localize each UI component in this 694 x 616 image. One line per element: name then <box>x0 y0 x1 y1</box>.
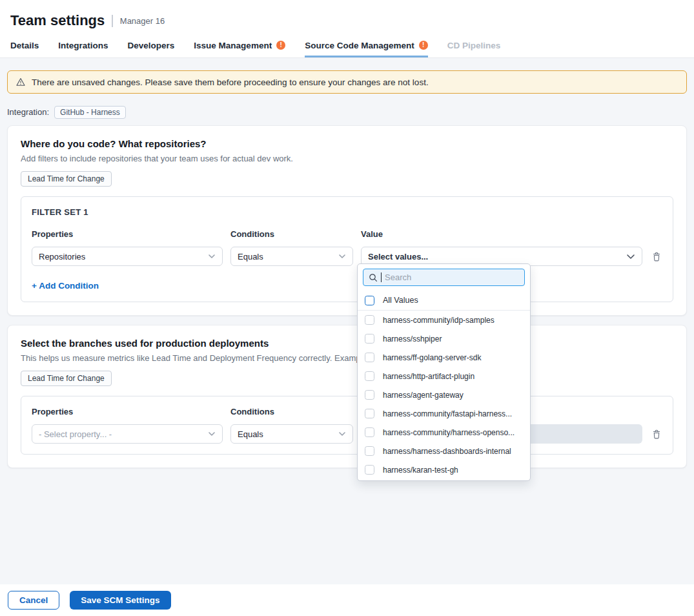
add-condition-button[interactable]: + Add Condition <box>32 281 99 291</box>
branch-filter-row: - Select property... - Equals <box>32 424 662 444</box>
tab-source-code-management[interactable]: Source Code Management ! <box>305 34 428 57</box>
page-header: Team settings Manager 16 <box>0 0 694 34</box>
option-checkbox[interactable] <box>365 334 374 344</box>
chevron-down-icon <box>208 431 216 436</box>
option-label: harness/harness-dashboards-internal <box>383 447 511 456</box>
integration-chip[interactable]: GitHub - Harness <box>54 106 126 119</box>
team-settings-page: Team settings Manager 16 Details Integra… <box>0 0 694 616</box>
option-checkbox[interactable] <box>365 353 374 362</box>
alert-badge-icon: ! <box>276 41 285 50</box>
filter-set-heading: FILTER SET 1 <box>32 207 662 217</box>
branches-card: Select the branches used for production … <box>7 325 687 468</box>
cancel-button[interactable]: Cancel <box>8 591 59 610</box>
dropdown-option[interactable]: harness/agent-gateway <box>358 385 530 404</box>
filter-row: Repositories Equals Select values... <box>32 247 662 266</box>
tab-details[interactable]: Details <box>10 34 39 57</box>
chevron-down-icon <box>626 254 635 260</box>
trash-icon <box>651 251 662 262</box>
save-scm-settings-button[interactable]: Save SCM Settings <box>70 591 170 610</box>
dropdown-options: harness-community/idp-samples harness/ss… <box>358 311 530 481</box>
dropdown-option[interactable]: harness-community/harness-openso... <box>358 423 530 442</box>
banner-message: There are unsaved changes. Please save t… <box>32 77 429 87</box>
tab-developers[interactable]: Developers <box>128 34 175 57</box>
option-checkbox[interactable] <box>365 409 374 418</box>
delete-filter-button[interactable] <box>650 250 663 263</box>
tab-bar: Details Integrations Developers Issue Ma… <box>0 34 694 58</box>
property-select[interactable]: Repositories <box>32 247 223 266</box>
tab-cd-pipelines: CD Pipelines <box>447 34 501 57</box>
option-label: harness/agent-gateway <box>383 391 464 400</box>
dropdown-option[interactable]: harness/http-artifact-plugin <box>358 367 530 385</box>
conditions-label: Conditions <box>230 229 353 239</box>
unsaved-changes-banner: There are unsaved changes. Please save t… <box>7 70 687 94</box>
select-all-label: All Values <box>383 296 418 305</box>
option-checkbox[interactable] <box>365 315 374 325</box>
conditions-label: Conditions <box>230 407 353 416</box>
branch-condition-select[interactable]: Equals <box>230 424 353 444</box>
value-dropdown-popover: Search All Values harness-community/idp-… <box>357 263 531 481</box>
option-checkbox[interactable] <box>365 371 374 381</box>
option-checkbox[interactable] <box>365 427 374 437</box>
dropdown-option[interactable]: harness/karan-test-gh <box>358 460 530 479</box>
dropdown-option[interactable]: harness-community/fastapi-harness... <box>358 404 530 423</box>
repositories-card: Where do you code? What repositories? Ad… <box>7 125 687 316</box>
page-subtitle: Manager 16 <box>120 16 165 26</box>
alert-badge-icon: ! <box>419 41 428 50</box>
value-label: Value <box>361 229 642 239</box>
tab-integrations[interactable]: Integrations <box>58 34 108 57</box>
search-icon <box>369 273 378 282</box>
properties-label: Properties <box>32 407 223 416</box>
branch-filter-panel: Properties Conditions - Select property.… <box>21 396 673 455</box>
delete-filter-button[interactable] <box>650 427 663 440</box>
filter-set-panel: FILTER SET 1 Properties Conditions Value… <box>21 196 673 302</box>
dropdown-option[interactable]: harness/ff-golang-server-sdk <box>358 348 530 367</box>
dropdown-option[interactable]: harness/harness-dashboards-internal <box>358 442 530 460</box>
title-divider <box>112 15 113 27</box>
select-all-option[interactable]: All Values <box>358 291 530 311</box>
option-checkbox[interactable] <box>365 465 374 475</box>
branches-subtitle: This helps us measure metrics like Lead … <box>21 353 673 363</box>
trash-icon <box>651 429 662 440</box>
dropdown-option[interactable]: harness/... <box>358 479 530 481</box>
warning-triangle-icon <box>15 77 26 87</box>
option-label: harness/sshpiper <box>383 334 442 344</box>
text-cursor <box>381 272 382 282</box>
content-area: There are unsaved changes. Please save t… <box>0 58 694 584</box>
title-row: Team settings Manager 16 <box>10 8 684 34</box>
repositories-title: Where do you code? What repositories? <box>21 138 673 149</box>
search-placeholder: Search <box>385 272 411 282</box>
dropdown-option[interactable]: harness/sshpiper <box>358 329 530 348</box>
option-label: harness/ff-golang-server-sdk <box>383 353 482 362</box>
chevron-down-icon <box>338 431 346 436</box>
page-title: Team settings <box>10 12 105 29</box>
option-label: harness/karan-test-gh <box>383 466 458 475</box>
branch-property-select[interactable]: - Select property... - <box>32 424 223 444</box>
chevron-down-icon <box>338 254 346 259</box>
dropdown-search-input[interactable]: Search <box>363 269 525 286</box>
tab-issue-management[interactable]: Issue Management ! <box>194 34 285 57</box>
branches-title: Select the branches used for production … <box>21 338 673 349</box>
option-checkbox[interactable] <box>365 390 374 400</box>
option-label: harness-community/idp-samples <box>383 316 495 325</box>
chevron-down-icon <box>208 254 216 259</box>
option-checkbox[interactable] <box>365 446 374 456</box>
dropdown-option[interactable]: harness-community/idp-samples <box>358 311 530 329</box>
lead-time-chip: Lead Time for Change <box>21 371 112 386</box>
branch-column-labels: Properties Conditions <box>32 407 662 416</box>
option-label: harness-community/fastapi-harness... <box>383 409 512 418</box>
properties-label: Properties <box>32 229 223 239</box>
select-all-checkbox[interactable] <box>365 296 374 305</box>
option-label: harness/http-artifact-plugin <box>383 372 475 381</box>
lead-time-chip: Lead Time for Change <box>21 171 112 187</box>
option-label: harness-community/harness-openso... <box>383 428 515 437</box>
repositories-subtitle: Add filters to include repositories that… <box>21 154 673 163</box>
filter-column-labels: Properties Conditions Value <box>32 229 662 239</box>
footer-bar: Cancel Save SCM Settings <box>0 584 694 616</box>
condition-select[interactable]: Equals <box>230 247 353 266</box>
integration-label: Integration: <box>7 107 49 117</box>
integration-row: Integration: GitHub - Harness <box>7 105 687 119</box>
